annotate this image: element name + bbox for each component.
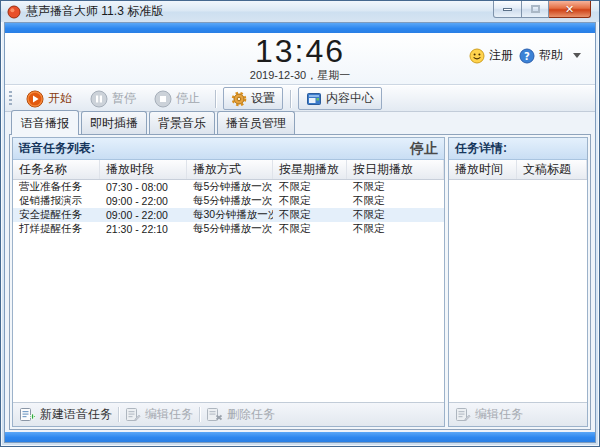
task-list-empty-area	[13, 236, 444, 402]
tab-content: 语音任务列表: 停止 任务名称 播放时段 播放方式 按星期播放 按日期播放 营业…	[9, 134, 591, 430]
minimize-icon	[503, 8, 512, 11]
register-button[interactable]: 注册	[469, 47, 513, 64]
actions-separator	[118, 407, 119, 422]
settings-button[interactable]: 设置	[223, 87, 283, 110]
playback-status: 停止	[410, 140, 438, 158]
task-detail-panel: 任务详情: 播放时间 文稿标题	[448, 137, 588, 427]
table-row[interactable]: 营业准备任务 07:30 - 08:00 每5分钟播放一次 不限定 不限定	[13, 180, 444, 194]
content-center-icon	[306, 91, 322, 107]
column-header-play-period[interactable]: 播放时段	[100, 160, 187, 179]
window-controls: ✕	[493, 1, 591, 18]
tab-voice-broadcast[interactable]: 语音播报	[11, 110, 79, 135]
main-toolbar: 开始 暂停 停止	[5, 85, 595, 112]
start-button[interactable]: 开始	[18, 87, 80, 111]
tab-instant-insert[interactable]: 即时插播	[81, 111, 147, 134]
actions-separator-2	[199, 407, 200, 422]
cell-by-week: 不限定	[273, 180, 347, 194]
cell-task-name: 打烊提醒任务	[13, 222, 100, 236]
delete-task-label: 删除任务	[227, 406, 275, 423]
column-header-by-week[interactable]: 按星期播放	[273, 160, 347, 179]
task-list-panel: 语音任务列表: 停止 任务名称 播放时段 播放方式 按星期播放 按日期播放 营业…	[12, 137, 445, 427]
settings-label: 设置	[251, 90, 275, 107]
task-list-title: 语音任务列表:	[19, 140, 95, 157]
app-logo-icon	[7, 5, 21, 19]
close-icon: ✕	[565, 4, 574, 15]
edit-task-label: 编辑任务	[145, 406, 193, 423]
delete-task-icon	[206, 407, 223, 423]
tab-label: 即时插播	[90, 116, 138, 130]
new-voice-task-label: 新建语音任务	[40, 406, 112, 423]
task-table-header: 任务名称 播放时段 播放方式 按星期播放 按日期播放	[13, 160, 444, 180]
tab-background-music[interactable]: 背景音乐	[149, 111, 215, 134]
account-area: 注册 ? 帮助	[469, 47, 581, 64]
window-title: 慧声播音大师 11.3 标准版	[26, 3, 163, 20]
table-row[interactable]: 安全提醒任务 09:00 - 22:00 每30分钟播放一次 不限定 不限定	[13, 208, 444, 222]
task-detail-title: 任务详情:	[455, 140, 507, 157]
app-window: 慧声播音大师 11.3 标准版 ✕ 13:46 2019-12-30，星期一	[0, 0, 600, 447]
column-header-play-mode[interactable]: 播放方式	[187, 160, 273, 179]
cell-play-period: 07:30 - 08:00	[100, 181, 187, 193]
play-icon	[26, 90, 44, 108]
register-label: 注册	[489, 47, 513, 64]
close-button[interactable]: ✕	[549, 1, 591, 18]
detail-edit-task-icon	[455, 407, 471, 423]
stop-icon	[154, 90, 172, 108]
edit-task-button[interactable]: 编辑任务	[125, 406, 193, 423]
cell-play-mode: 每5分钟播放一次	[187, 180, 273, 194]
top-accent-bar	[5, 23, 595, 33]
column-header-by-date[interactable]: 按日期播放	[347, 160, 444, 179]
task-detail-actions: 编辑任务	[449, 402, 587, 426]
cell-play-mode: 每5分钟播放一次	[187, 194, 273, 208]
minimize-button[interactable]	[493, 1, 522, 18]
task-rows: 营业准备任务 07:30 - 08:00 每5分钟播放一次 不限定 不限定 促销…	[13, 180, 444, 236]
cell-by-date: 不限定	[347, 180, 444, 194]
cell-by-date: 不限定	[347, 222, 444, 236]
new-voice-task-button[interactable]: 新建语音任务	[19, 406, 112, 423]
detail-edit-task-button[interactable]: 编辑任务	[455, 406, 523, 423]
cell-task-name: 安全提醒任务	[13, 208, 100, 222]
window-body: 13:46 2019-12-30，星期一 注册	[4, 22, 596, 443]
svg-text:?: ?	[524, 50, 530, 61]
toolbar-gripper[interactable]	[9, 91, 12, 107]
cell-by-week: 不限定	[273, 194, 347, 208]
cell-play-period: 09:00 - 22:00	[100, 209, 187, 221]
help-label: 帮助	[539, 47, 563, 64]
stop-button[interactable]: 停止	[146, 87, 208, 111]
detail-table-header: 播放时间 文稿标题	[449, 160, 587, 180]
cell-play-period: 09:00 - 22:00	[100, 195, 187, 207]
task-detail-header-band: 任务详情:	[449, 138, 587, 160]
column-header-play-time[interactable]: 播放时间	[449, 160, 517, 179]
tab-bar: 语音播报 即时插播 背景音乐 播音员管理	[5, 112, 595, 134]
clock-time: 13:46	[255, 35, 345, 67]
cell-by-week: 不限定	[273, 208, 347, 222]
tab-announcer-management[interactable]: 播音员管理	[217, 111, 295, 134]
tab-label: 背景音乐	[158, 116, 206, 130]
clock-panel: 13:46 2019-12-30，星期一 注册	[5, 33, 595, 85]
edit-task-icon	[125, 407, 141, 423]
cell-by-week: 不限定	[273, 222, 347, 236]
clock-date: 2019-12-30，星期一	[250, 68, 350, 83]
toolbar-separator-2	[290, 90, 291, 108]
content-center-label: 内容中心	[326, 90, 374, 107]
delete-task-button[interactable]: 删除任务	[206, 406, 275, 423]
tab-label: 语音播报	[21, 116, 69, 130]
help-button[interactable]: ? 帮助	[519, 47, 563, 64]
pause-icon	[90, 90, 108, 108]
table-row[interactable]: 促销播报演示 09:00 - 22:00 每5分钟播放一次 不限定 不限定	[13, 194, 444, 208]
chevron-down-icon[interactable]	[573, 53, 581, 58]
cell-play-period: 21:30 - 22:10	[100, 223, 187, 235]
maximize-button[interactable]	[522, 1, 549, 18]
toolbar-separator	[215, 90, 216, 108]
cell-task-name: 促销播报演示	[13, 194, 100, 208]
titlebar[interactable]: 慧声播音大师 11.3 标准版 ✕	[1, 1, 599, 22]
bottom-accent-bar	[5, 432, 595, 442]
maximize-icon	[531, 5, 540, 13]
cell-play-mode: 每30分钟播放一次	[187, 208, 273, 222]
gear-icon	[231, 91, 247, 107]
pause-button[interactable]: 暂停	[82, 87, 144, 111]
column-header-task-name[interactable]: 任务名称	[13, 160, 100, 179]
start-label: 开始	[48, 90, 72, 107]
content-center-button[interactable]: 内容中心	[298, 87, 382, 110]
column-header-script-title[interactable]: 文稿标题	[517, 160, 587, 179]
table-row[interactable]: 打烊提醒任务 21:30 - 22:10 每5分钟播放一次 不限定 不限定	[13, 222, 444, 236]
